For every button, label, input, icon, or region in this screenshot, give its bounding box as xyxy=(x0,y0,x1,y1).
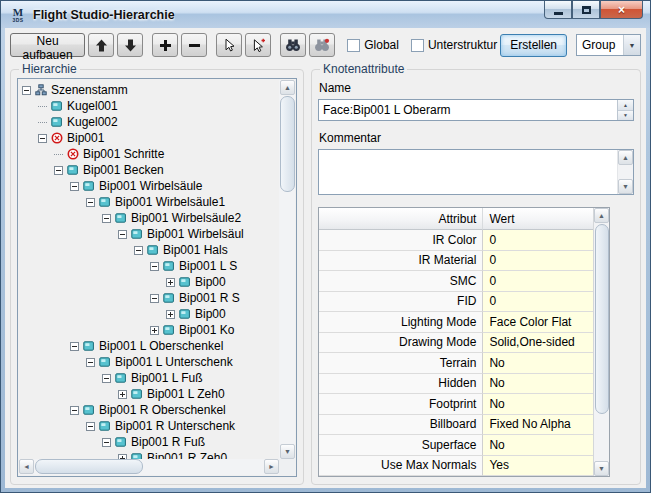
move-up-button[interactable] xyxy=(88,33,114,57)
collapse-toggle[interactable] xyxy=(70,342,79,351)
rebuild-button[interactable]: Neu aufbauen xyxy=(10,33,85,57)
chevron-down-icon[interactable]: ▼ xyxy=(623,35,640,55)
tree-item[interactable]: Bip001 xyxy=(20,130,279,146)
tree-item[interactable]: Bip001 Hals xyxy=(20,242,279,258)
scrollbar-thumb[interactable] xyxy=(280,96,295,192)
expand-toggle[interactable] xyxy=(166,278,175,287)
tree-item[interactable]: Bip001 R Unterschenk xyxy=(20,418,279,434)
search-button[interactable] xyxy=(280,33,306,57)
attribute-value-cell[interactable]: 0 xyxy=(483,271,593,292)
tree-item[interactable]: Bip001 R Oberschenkel xyxy=(20,402,279,418)
search-next-button[interactable] xyxy=(309,33,335,57)
attribute-value-cell[interactable]: Fixed No Alpha xyxy=(483,415,593,436)
collapse-toggle[interactable] xyxy=(134,246,143,255)
collapse-toggle[interactable] xyxy=(86,198,95,207)
attribute-value-cell[interactable]: Yes xyxy=(483,456,593,477)
name-input[interactable] xyxy=(319,100,617,120)
scroll-right-button[interactable]: ► xyxy=(264,459,279,474)
hierarchy-tree[interactable]: SzenenstammKugel001Kugel002Bip001Bip001 … xyxy=(20,80,279,459)
tree-item[interactable]: Bip001 Wirbelsäule1 xyxy=(20,194,279,210)
scroll-down-button[interactable]: ▼ xyxy=(618,179,633,194)
attribute-value-cell[interactable]: 0 xyxy=(483,251,593,272)
attribute-value-cell[interactable]: No xyxy=(483,394,593,415)
table-scrollbar[interactable]: ▲ ▼ xyxy=(593,208,609,476)
collapse-toggle[interactable] xyxy=(70,406,79,415)
tree-item[interactable]: Bip001 Becken xyxy=(20,162,279,178)
tree-horizontal-scrollbar[interactable]: ◄ ► xyxy=(19,459,279,475)
move-down-button[interactable] xyxy=(117,33,143,57)
titlebar[interactable]: M 3DS Flight Studio-Hierarchie × xyxy=(1,1,650,28)
attribute-value-cell[interactable]: 0 xyxy=(483,292,593,313)
global-checkbox-box[interactable] xyxy=(347,39,360,52)
collapse-toggle[interactable] xyxy=(102,214,111,223)
tree-item[interactable]: Bip001 L Zeh0 xyxy=(20,386,279,402)
tree-item[interactable]: Bip001 Wirbelsäul xyxy=(20,226,279,242)
scroll-up-button[interactable]: ▲ xyxy=(594,208,609,223)
tree-item[interactable]: Bip00 xyxy=(20,274,279,290)
tree-item[interactable]: Bip001 Ko xyxy=(20,322,279,338)
tree-item[interactable]: Bip001 Wirbelsäule2 xyxy=(20,210,279,226)
global-checkbox[interactable]: Global xyxy=(347,38,399,52)
tree-item[interactable]: Bip001 Schritte xyxy=(20,146,279,162)
tree-item-label: Bip001 R Zeh0 xyxy=(147,451,227,459)
scrollbar-thumb[interactable] xyxy=(595,224,609,414)
comment-label: Kommentar xyxy=(319,131,633,145)
expand-toggle[interactable] xyxy=(150,326,159,335)
add-node-button[interactable] xyxy=(152,33,178,57)
attribute-value-cell[interactable]: No xyxy=(483,353,593,374)
group-combobox[interactable]: Group ▼ xyxy=(576,34,641,56)
scrollbar-thumb[interactable] xyxy=(35,459,143,474)
collapse-toggle[interactable] xyxy=(150,262,159,271)
tree-item[interactable]: Bip001 L Unterschenk xyxy=(20,354,279,370)
comment-scrollbar[interactable]: ▲ ▼ xyxy=(617,150,633,194)
tree-item[interactable]: Bip001 L S xyxy=(20,258,279,274)
attribute-value-cell[interactable]: No xyxy=(483,435,593,456)
scroll-up-button[interactable]: ▲ xyxy=(280,80,295,95)
collapse-toggle[interactable] xyxy=(102,374,111,383)
create-button[interactable]: Erstellen xyxy=(500,34,567,57)
excluded-icon xyxy=(67,148,79,160)
close-button[interactable]: × xyxy=(600,1,643,19)
collapse-toggle[interactable] xyxy=(22,86,31,95)
tree-item[interactable]: Szenenstamm xyxy=(20,82,279,98)
substructure-checkbox[interactable]: Unterstruktur xyxy=(411,38,497,52)
collapse-toggle[interactable] xyxy=(54,166,63,175)
scroll-up-button[interactable]: ▲ xyxy=(618,150,633,165)
attribute-value-cell[interactable]: Face Color Flat xyxy=(483,312,593,333)
comment-input[interactable] xyxy=(319,150,617,194)
expand-toggle[interactable] xyxy=(166,310,175,319)
spin-up-button[interactable]: ▲ xyxy=(618,100,633,111)
attribute-value-cell[interactable]: No xyxy=(483,374,593,395)
substructure-checkbox-box[interactable] xyxy=(411,39,424,52)
minimize-button[interactable] xyxy=(544,1,572,19)
tree-item[interactable]: Bip001 R Fuß xyxy=(20,434,279,450)
maximize-button[interactable] xyxy=(572,1,600,19)
pick-node-alt-button[interactable] xyxy=(245,33,271,57)
pick-node-button[interactable] xyxy=(216,33,242,57)
tree-item[interactable]: Bip00 xyxy=(20,306,279,322)
scroll-down-button[interactable]: ▼ xyxy=(280,444,295,459)
collapse-toggle[interactable] xyxy=(86,358,95,367)
attribute-value-cell[interactable]: 0 xyxy=(483,230,593,251)
scroll-down-button[interactable]: ▼ xyxy=(594,461,609,476)
tree-item[interactable]: Bip001 L Fuß xyxy=(20,370,279,386)
collapse-toggle[interactable] xyxy=(118,230,127,239)
tree-item[interactable]: Kugel002 xyxy=(20,114,279,130)
tree-item[interactable]: Kugel001 xyxy=(20,98,279,114)
tree-vertical-scrollbar[interactable]: ▲ ▼ xyxy=(279,80,295,459)
scroll-left-button[interactable]: ◄ xyxy=(19,459,34,474)
collapse-toggle[interactable] xyxy=(150,294,159,303)
tree-item[interactable]: Bip001 L Oberschenkel xyxy=(20,338,279,354)
spin-down-button[interactable]: ▼ xyxy=(618,111,633,121)
tree-item[interactable]: Bip001 Wirbelsäule xyxy=(20,178,279,194)
tree-item[interactable]: Bip001 R S xyxy=(20,290,279,306)
collapse-toggle[interactable] xyxy=(38,134,47,143)
collapse-toggle[interactable] xyxy=(86,422,95,431)
attribute-value-cell[interactable]: Solid,One-sided xyxy=(483,333,593,354)
collapse-toggle[interactable] xyxy=(102,438,111,447)
expand-toggle[interactable] xyxy=(118,390,127,399)
collapse-toggle[interactable] xyxy=(70,182,79,191)
tree-item[interactable]: Bip001 R Zeh0 xyxy=(20,450,279,459)
remove-node-button[interactable] xyxy=(181,33,207,57)
tree-item-label: Bip001 Wirbelsäule1 xyxy=(115,195,225,209)
